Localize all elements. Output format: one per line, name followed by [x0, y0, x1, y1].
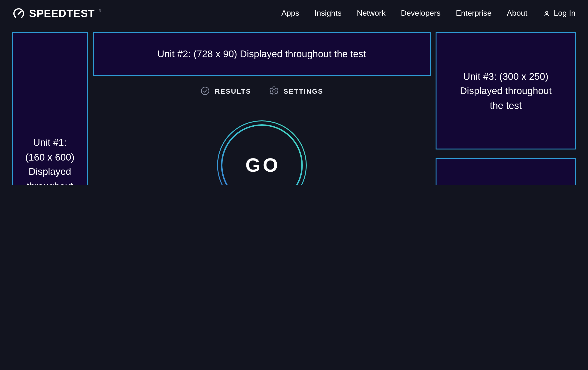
speedtest-page: SPEEDTEST® Apps Insights Network Develop… — [0, 0, 588, 185]
nav-item-network[interactable]: Network — [357, 9, 386, 18]
view-tabs: RESULTS SETTINGS — [200, 86, 323, 96]
test-column: Unit #2: (728 x 90) Displayed throughout… — [88, 32, 436, 185]
nav-item-insights[interactable]: Insights — [315, 9, 342, 18]
ad-unit-3-text: Unit #3: (300 x 250)Displayed throughout… — [460, 69, 552, 113]
go-button[interactable]: GO — [216, 120, 307, 185]
go-label: GO — [216, 120, 307, 185]
logo-wordmark: SPEEDTEST — [29, 7, 95, 20]
ad-unit-1[interactable]: Unit #1:(160 x 600)Displayedthroughoutth… — [12, 32, 88, 185]
nav-item-enterprise[interactable]: Enterprise — [456, 9, 492, 18]
nav-item-about[interactable]: About — [507, 9, 527, 18]
ad-unit-1-text: Unit #1:(160 x 600)Displayedthroughoutth… — [25, 135, 74, 185]
logo-trademark: ® — [99, 9, 101, 12]
settings-tab-label: SETTINGS — [283, 87, 323, 95]
check-circle-icon — [200, 86, 210, 96]
ad-unit-2-text: Unit #2: (728 x 90) Displayed throughout… — [157, 47, 366, 61]
speedometer-icon — [12, 7, 25, 20]
login-button[interactable]: Log In — [543, 9, 576, 18]
user-icon — [543, 10, 550, 17]
right-ad-rail: Unit #3: (300 x 250)Displayed throughout… — [436, 32, 576, 185]
tab-settings[interactable]: SETTINGS — [269, 86, 323, 96]
tab-results[interactable]: RESULTS — [200, 86, 251, 96]
main-content: Unit #1:(160 x 600)Displayedthroughoutth… — [0, 27, 588, 185]
nav-item-developers[interactable]: Developers — [401, 9, 441, 18]
ad-unit-3[interactable]: Unit #3: (300 x 250)Displayed throughout… — [436, 32, 576, 150]
nav-item-apps[interactable]: Apps — [281, 9, 299, 18]
top-nav: SPEEDTEST® Apps Insights Network Develop… — [0, 0, 588, 27]
ad-unit-2[interactable]: Unit #2: (728 x 90) Displayed throughout… — [93, 32, 431, 76]
left-ad-rail: Unit #1:(160 x 600)Displayedthroughoutth… — [12, 32, 88, 185]
gear-icon — [269, 86, 279, 96]
login-label: Log In — [554, 9, 576, 18]
nav-menu: Apps Insights Network Developers Enterpr… — [281, 9, 576, 18]
ad-unit-4[interactable]: Unit #4: (300 x 250)Displayed throughout… — [436, 158, 576, 185]
speedtest-logo[interactable]: SPEEDTEST® — [12, 7, 101, 20]
results-tab-label: RESULTS — [215, 87, 251, 95]
